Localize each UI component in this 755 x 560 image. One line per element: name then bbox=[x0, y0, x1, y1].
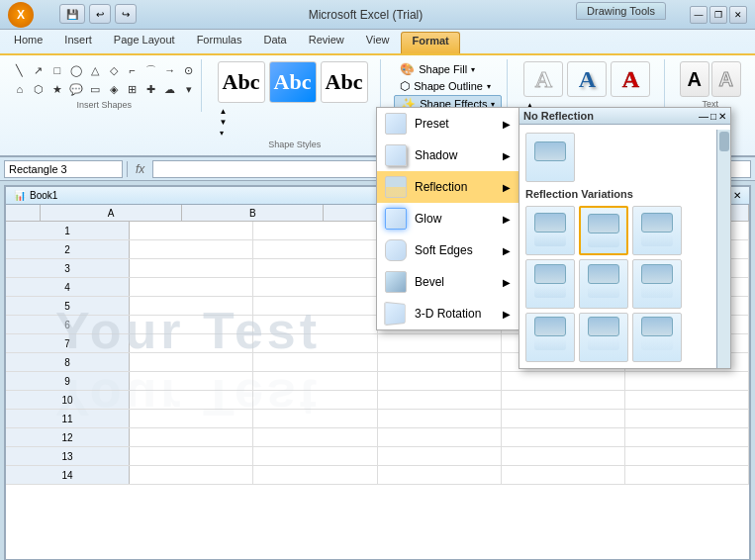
style-scroll-down[interactable]: ▼ bbox=[220, 118, 228, 127]
minimize-button[interactable]: — bbox=[690, 6, 708, 24]
cell-a11[interactable] bbox=[130, 410, 253, 427]
tab-data[interactable]: Data bbox=[253, 32, 296, 53]
cell-a2[interactable] bbox=[130, 240, 253, 258]
shape-rect[interactable]: □ bbox=[48, 61, 66, 79]
cell-b14[interactable] bbox=[253, 466, 377, 484]
cell-b12[interactable] bbox=[253, 428, 377, 446]
shape-flow2[interactable]: ◈ bbox=[105, 80, 123, 98]
cell-a14[interactable] bbox=[130, 466, 253, 484]
tab-view[interactable]: View bbox=[356, 32, 400, 53]
no-reflection-item[interactable] bbox=[525, 133, 575, 182]
wordart-btn-1[interactable]: A bbox=[523, 61, 563, 97]
cell-e10[interactable] bbox=[625, 391, 749, 409]
save-button[interactable]: 💾 bbox=[59, 4, 85, 24]
text-fill-button[interactable]: A bbox=[680, 61, 709, 97]
cell-a13[interactable] bbox=[130, 447, 253, 465]
name-box[interactable]: Rectangle 3 bbox=[4, 160, 123, 178]
menu-item-bevel[interactable]: Bevel ▶ bbox=[377, 266, 519, 298]
cell-e14[interactable] bbox=[625, 466, 749, 484]
reflection-item-1[interactable] bbox=[525, 206, 575, 255]
cell-b6[interactable] bbox=[253, 316, 377, 333]
shape-plus[interactable]: ⊞ bbox=[124, 80, 142, 98]
cell-e13[interactable] bbox=[625, 447, 749, 465]
col-a[interactable]: A bbox=[41, 205, 182, 221]
style-swatch-1[interactable]: Abc bbox=[218, 61, 265, 103]
menu-item-soft-edges[interactable]: Soft Edges ▶ bbox=[377, 234, 519, 266]
cell-d12[interactable] bbox=[502, 428, 625, 446]
col-b[interactable]: B bbox=[182, 205, 324, 221]
reflection-item-9[interactable] bbox=[632, 313, 682, 362]
cell-c13[interactable] bbox=[378, 447, 502, 465]
panel-scroll-thumb[interactable] bbox=[719, 132, 729, 151]
cell-b4[interactable] bbox=[253, 278, 377, 296]
cell-d11[interactable] bbox=[502, 410, 625, 427]
cell-c7[interactable] bbox=[378, 334, 502, 352]
style-swatch-2[interactable]: Abc bbox=[269, 61, 317, 103]
shape-cloud[interactable]: ☁ bbox=[161, 80, 179, 98]
cell-a12[interactable] bbox=[130, 428, 253, 446]
close-button[interactable]: ✕ bbox=[729, 6, 747, 24]
menu-item-preset[interactable]: Preset ▶ bbox=[377, 108, 519, 140]
shape-house[interactable]: ⌂ bbox=[11, 80, 29, 98]
shape-cross[interactable]: ✚ bbox=[142, 80, 160, 98]
shape-fill-button[interactable]: 🎨 Shape Fill ▾ bbox=[394, 61, 502, 77]
cell-a8[interactable] bbox=[130, 353, 253, 371]
cell-a3[interactable] bbox=[130, 259, 253, 277]
cell-c11[interactable] bbox=[378, 410, 502, 427]
cell-b8[interactable] bbox=[253, 353, 377, 371]
panel-minimize[interactable]: — bbox=[699, 111, 708, 122]
cell-a4[interactable] bbox=[130, 278, 253, 296]
cell-c12[interactable] bbox=[378, 428, 502, 446]
shape-corner[interactable]: ⌐ bbox=[124, 61, 142, 79]
reflection-item-6[interactable] bbox=[632, 259, 682, 309]
restore-button[interactable]: ❐ bbox=[709, 6, 727, 24]
shape-callout[interactable]: 💬 bbox=[67, 80, 85, 98]
shape-arrow[interactable]: ↗ bbox=[30, 61, 47, 79]
wordart-btn-3[interactable]: A bbox=[611, 61, 650, 97]
tab-format[interactable]: Format bbox=[401, 32, 459, 53]
cell-a10[interactable] bbox=[130, 391, 253, 409]
reflection-item-2[interactable] bbox=[579, 206, 628, 255]
panel-close[interactable]: ✕ bbox=[718, 111, 726, 122]
cell-d9[interactable] bbox=[502, 372, 625, 390]
reflection-item-5[interactable] bbox=[579, 259, 628, 309]
tab-formulas[interactable]: Formulas bbox=[187, 32, 252, 53]
cell-c8[interactable] bbox=[378, 353, 502, 371]
cell-d13[interactable] bbox=[502, 447, 625, 465]
cell-b10[interactable] bbox=[253, 391, 377, 409]
cell-b7[interactable] bbox=[253, 334, 377, 352]
menu-item-shadow[interactable]: Shadow ▶ bbox=[377, 140, 519, 171]
shape-arc[interactable]: ⌒ bbox=[142, 61, 160, 79]
tab-review[interactable]: Review bbox=[299, 32, 354, 53]
style-more[interactable]: ▾ bbox=[220, 129, 228, 138]
cell-e11[interactable] bbox=[625, 410, 749, 427]
cell-a6[interactable] bbox=[130, 316, 253, 333]
cell-a9[interactable] bbox=[130, 372, 253, 390]
cell-b3[interactable] bbox=[253, 259, 377, 277]
shape-hex[interactable]: ⬡ bbox=[30, 80, 47, 98]
cell-c14[interactable] bbox=[378, 466, 502, 484]
shape-right-arrow[interactable]: → bbox=[161, 61, 179, 79]
style-swatch-3[interactable]: Abc bbox=[321, 61, 368, 103]
cell-b1[interactable] bbox=[253, 222, 377, 239]
fill-dropdown-arrow[interactable]: ▾ bbox=[471, 65, 475, 74]
shape-triangle[interactable]: △ bbox=[86, 61, 104, 79]
shape-flow1[interactable]: ▭ bbox=[86, 80, 104, 98]
tab-home[interactable]: Home bbox=[4, 32, 52, 53]
outline-dropdown-arrow[interactable]: ▾ bbox=[487, 82, 491, 91]
cell-e9[interactable] bbox=[625, 372, 749, 390]
cell-a1[interactable] bbox=[130, 222, 253, 239]
menu-item-glow[interactable]: Glow ▶ bbox=[377, 203, 519, 234]
shape-diamond[interactable]: ◇ bbox=[105, 61, 123, 79]
wordart-btn-2[interactable]: A bbox=[567, 61, 607, 97]
cell-d10[interactable] bbox=[502, 391, 625, 409]
shape-line[interactable]: ╲ bbox=[11, 61, 29, 79]
text-outline-button[interactable]: A bbox=[711, 61, 741, 97]
cell-a7[interactable] bbox=[130, 334, 253, 352]
cell-c10[interactable] bbox=[378, 391, 502, 409]
menu-item-3d-rotation[interactable]: 3-D Rotation ▶ bbox=[377, 298, 519, 329]
redo-button[interactable]: ↪ bbox=[115, 4, 137, 24]
style-scroll-up[interactable]: ▲ bbox=[220, 107, 228, 116]
menu-item-reflection[interactable]: Reflection ▶ bbox=[377, 171, 519, 203]
tab-insert[interactable]: Insert bbox=[54, 32, 102, 53]
